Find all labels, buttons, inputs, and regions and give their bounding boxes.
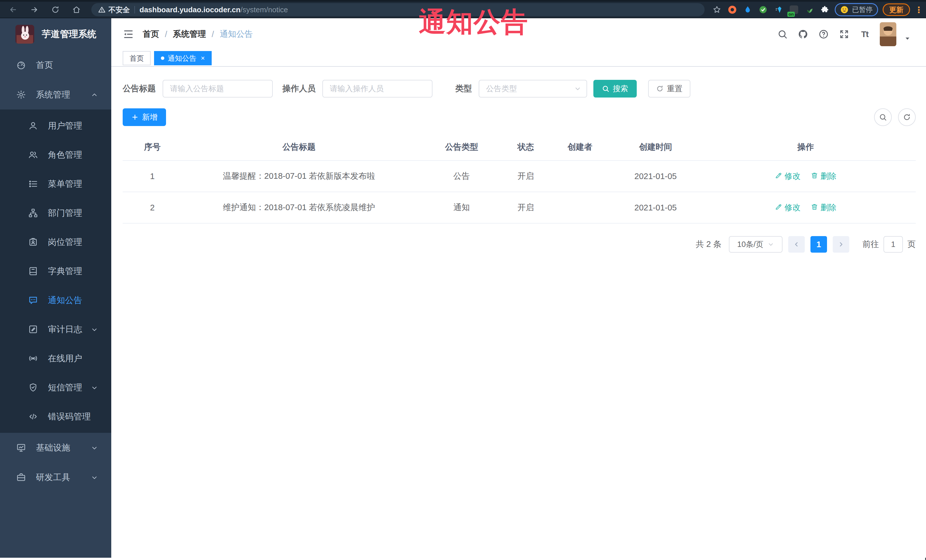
edit-link[interactable]: 修改 <box>775 202 800 213</box>
refresh-icon[interactable] <box>50 4 61 15</box>
sidebar-item-online[interactable]: 在线用户 <box>0 344 111 373</box>
search-button[interactable]: 搜索 <box>593 80 637 98</box>
badge-icon <box>28 237 38 247</box>
refresh-icon <box>656 85 664 92</box>
operator-input[interactable] <box>322 80 433 98</box>
close-tab-icon[interactable]: × <box>201 55 205 62</box>
sidebar-item-message[interactable]: 通知公告 <box>0 286 111 315</box>
sidebar-item-label: 岗位管理 <box>48 236 82 248</box>
sidebar-item-user[interactable]: 用户管理 <box>0 111 111 140</box>
delete-link[interactable]: 删除 <box>811 171 837 182</box>
active-tab-dot <box>161 56 164 60</box>
sidebar-item-book[interactable]: 字典管理 <box>0 257 111 286</box>
help-icon[interactable] <box>815 26 832 42</box>
edit-link[interactable]: 修改 <box>775 171 800 182</box>
tool-icon <box>16 472 26 483</box>
sidebar-item-tool[interactable]: 研发工具 <box>0 462 111 492</box>
sidebar-item-code[interactable]: 错误码管理 <box>0 402 111 431</box>
menulist-icon <box>28 179 38 189</box>
extension-adblock-icon[interactable] <box>727 4 738 15</box>
address-bar[interactable]: 不安全 dashboard.yudao.iocoder.cn/system/no… <box>91 3 705 16</box>
chevron-down-icon <box>91 384 98 391</box>
tab-label: 首页 <box>130 54 144 63</box>
user-icon <box>28 121 38 131</box>
page-size-select[interactable]: 10条/页 <box>729 236 782 253</box>
sidebar-item-dashboard[interactable]: 首页 <box>0 50 111 80</box>
header-actions: Tt <box>774 22 911 46</box>
emoji-face-icon <box>840 5 849 14</box>
sidebar-item-label: 部门管理 <box>48 207 82 219</box>
trash-icon <box>811 203 818 213</box>
refresh-table-button[interactable] <box>898 108 916 126</box>
profile-paused-badge[interactable]: 已暂停 <box>835 3 878 16</box>
breadcrumb-separator: / <box>165 30 167 39</box>
browser-window: 不安全 dashboard.yudao.iocoder.cn/system/no… <box>0 0 926 560</box>
extension-gem-icon[interactable] <box>773 4 784 15</box>
notice-table: 序号公告标题公告类型状态创建者创建时间操作 1温馨提醒：2018-07-01 若… <box>123 133 916 223</box>
sidebar-item-log[interactable]: 审计日志 <box>0 315 111 344</box>
online-icon <box>28 353 38 364</box>
link-label: 修改 <box>784 202 800 213</box>
tab-active[interactable]: 通知公告× <box>154 51 212 65</box>
cell-status: 开启 <box>507 192 544 223</box>
operator-label: 操作人员 <box>282 83 316 94</box>
notice-title-input[interactable] <box>163 80 273 98</box>
sidebar-logo[interactable]: 芋道管理系统 <box>0 18 111 50</box>
extension-drop-icon[interactable] <box>742 4 753 15</box>
toggle-search-button[interactable] <box>874 108 892 126</box>
trash-icon <box>811 172 818 181</box>
page-1-button[interactable]: 1 <box>811 236 827 253</box>
breadcrumb-item[interactable]: 首页 <box>143 29 159 40</box>
next-page-button[interactable] <box>833 236 849 253</box>
sidebar-item-users[interactable]: 角色管理 <box>0 140 111 169</box>
tab-item[interactable]: 首页 <box>123 51 151 65</box>
extension-green-icon[interactable] <box>758 4 769 15</box>
browser-update-button[interactable]: 更新 <box>883 3 910 16</box>
sidebar-item-shield[interactable]: 短信管理 <box>0 373 111 402</box>
extensions-puzzle-icon[interactable] <box>819 4 830 15</box>
add-button[interactable]: 新增 <box>123 108 166 126</box>
bookmark-star-icon[interactable] <box>711 4 722 15</box>
header-search-icon[interactable] <box>774 26 791 42</box>
page-size-value: 10条/页 <box>737 239 763 249</box>
font-size-icon[interactable]: Tt <box>856 26 873 42</box>
link-label: 删除 <box>820 202 837 213</box>
link-label: 修改 <box>784 171 800 182</box>
browser-extensions-area: on 已暂停 更新 ⋮ <box>711 3 921 16</box>
reset-button[interactable]: 重置 <box>648 80 690 98</box>
total-count: 共 2 条 <box>696 238 722 250</box>
cell-actions: 修改删除 <box>696 192 916 223</box>
sidebar-item-chart[interactable]: 基础设施 <box>0 433 111 462</box>
url-divider <box>135 6 135 14</box>
table-header-row: 序号公告标题公告类型状态创建者创建时间操作 <box>123 133 916 160</box>
extension-tampermonkey-icon[interactable]: on <box>788 4 799 15</box>
cell-index: 2 <box>123 192 182 223</box>
prev-page-button[interactable] <box>788 236 805 253</box>
user-avatar[interactable] <box>880 22 896 46</box>
sidebar-toggle-icon[interactable] <box>120 26 136 42</box>
avatar-caret-icon[interactable] <box>904 35 911 42</box>
delete-link[interactable]: 删除 <box>811 202 837 213</box>
forward-icon[interactable] <box>29 4 40 15</box>
sidebar-item-label: 错误码管理 <box>48 411 91 423</box>
sidebar-item-badge[interactable]: 岗位管理 <box>0 228 111 257</box>
browser-menu-icon[interactable]: ⋮ <box>915 8 921 12</box>
sidebar-item-gear[interactable]: 系统管理 <box>0 80 111 110</box>
cell-type: 通知 <box>416 192 507 223</box>
fullscreen-icon[interactable] <box>836 26 852 42</box>
dashboard-icon <box>16 60 26 70</box>
security-warning[interactable]: 不安全 <box>98 5 130 15</box>
sidebar-item-label: 菜单管理 <box>48 178 82 190</box>
url-path: /system/notice <box>241 5 288 14</box>
sidebar-item-orgtree[interactable]: 部门管理 <box>0 198 111 228</box>
github-icon[interactable] <box>795 26 811 42</box>
breadcrumb-item[interactable]: 系统管理 <box>173 29 206 40</box>
back-icon[interactable] <box>8 4 19 15</box>
type-select[interactable]: 公告类型 <box>479 80 587 98</box>
extension-leaf-icon[interactable] <box>804 4 815 15</box>
sidebar-item-menulist[interactable]: 菜单管理 <box>0 169 111 198</box>
cell-index: 1 <box>123 160 182 192</box>
browser-nav-buttons <box>5 4 85 15</box>
goto-page-input[interactable] <box>884 236 903 253</box>
home-icon[interactable] <box>71 4 82 15</box>
